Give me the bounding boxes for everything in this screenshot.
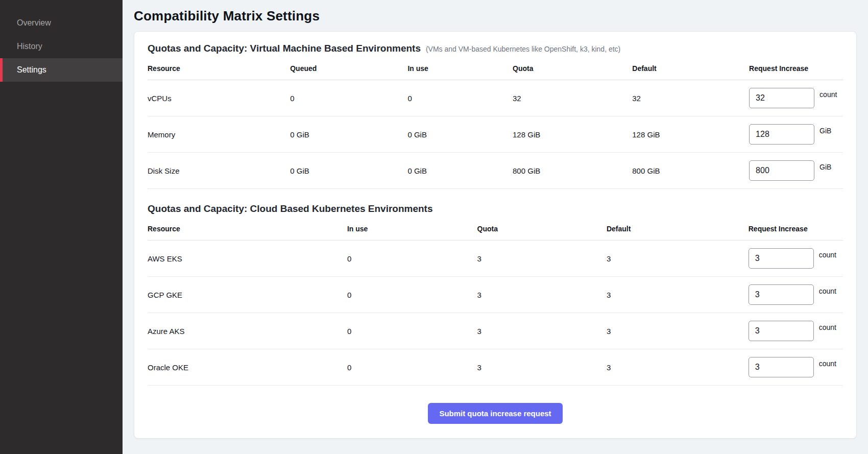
request-increase-input[interactable] (749, 284, 814, 305)
submit-area: Submit quota increase request (148, 403, 843, 424)
queued-value: 0 (290, 94, 407, 103)
vm-table-header-row: Resource Queued In use Quota Default Req… (148, 60, 843, 80)
column-header-resource: Resource (148, 64, 290, 73)
column-header-in-use: In use (407, 64, 513, 73)
default-value: 128 GiB (632, 130, 749, 139)
sidebar-item-label: Settings (17, 65, 46, 75)
quota-value: 32 (513, 94, 632, 103)
sidebar-item-label: Overview (17, 18, 51, 28)
resource-name: AWS EKS (148, 254, 347, 263)
page-title: Compatibility Matrix Settings (134, 8, 857, 24)
quota-value: 3 (477, 254, 607, 263)
default-value: 3 (607, 363, 749, 372)
quota-value: 3 (477, 327, 607, 336)
main-content: Compatibility Matrix Settings Quotas and… (123, 0, 868, 454)
queued-value: 0 GiB (290, 166, 407, 175)
cloud-quota-table: Resource In use Quota Default Request In… (148, 221, 843, 386)
column-header-quota: Quota (477, 225, 607, 233)
column-header-queued: Queued (290, 64, 407, 73)
column-header-request-increase: Request Increase (749, 225, 843, 233)
in-use-value: 0 (347, 327, 477, 336)
column-header-request-increase: Request Increase (749, 64, 843, 73)
in-use-value: 0 (347, 254, 477, 263)
request-increase-input[interactable] (749, 88, 814, 108)
unit-label: GiB (819, 163, 831, 171)
default-value: 3 (607, 327, 749, 336)
in-use-value: 0 (347, 363, 477, 372)
in-use-value: 0 GiB (407, 130, 513, 139)
vm-section-title: Quotas and Capacity: Virtual Machine Bas… (148, 43, 421, 54)
table-row-gcp-gke: GCP GKE 0 3 3 count (148, 277, 843, 313)
default-value: 800 GiB (632, 166, 749, 175)
sidebar-item-settings[interactable]: Settings (0, 58, 123, 82)
sidebar: Overview History Settings (0, 0, 123, 454)
submit-quota-increase-button[interactable]: Submit quota increase request (428, 403, 562, 424)
column-header-quota: Quota (513, 64, 632, 73)
in-use-value: 0 (407, 94, 513, 103)
quota-value: 3 (477, 291, 607, 299)
default-value: 3 (607, 254, 749, 263)
cloud-section-header: Quotas and Capacity: Cloud Based Kuberne… (148, 203, 843, 214)
in-use-value: 0 GiB (407, 166, 513, 175)
column-header-default: Default (607, 225, 749, 233)
sidebar-item-label: History (17, 42, 42, 51)
request-increase-input[interactable] (749, 160, 814, 181)
unit-label: count (819, 287, 836, 295)
vm-quota-table: Resource Queued In use Quota Default Req… (148, 60, 843, 189)
resource-name: Oracle OKE (148, 363, 347, 372)
unit-label: count (819, 251, 836, 259)
unit-label: count (819, 90, 837, 99)
sidebar-item-history[interactable]: History (0, 35, 123, 58)
vm-section-header: Quotas and Capacity: Virtual Machine Bas… (148, 43, 843, 54)
default-value: 3 (607, 291, 749, 299)
table-row-azure-aks: Azure AKS 0 3 3 count (148, 313, 843, 349)
sidebar-item-overview[interactable]: Overview (0, 11, 123, 35)
resource-name: Azure AKS (148, 327, 347, 336)
in-use-value: 0 (347, 291, 477, 299)
unit-label: count (819, 360, 836, 368)
column-header-default: Default (632, 64, 749, 73)
request-increase-input[interactable] (749, 124, 814, 145)
request-increase-input[interactable] (749, 357, 814, 377)
table-row-aws-eks: AWS EKS 0 3 3 count (148, 241, 843, 277)
column-header-in-use: In use (347, 225, 477, 233)
resource-name: vCPUs (148, 94, 290, 103)
cloud-section-title: Quotas and Capacity: Cloud Based Kuberne… (148, 203, 433, 214)
vm-section-subtitle: (VMs and VM-based Kubernetes like OpenSh… (426, 45, 620, 53)
settings-card: Quotas and Capacity: Virtual Machine Bas… (134, 31, 857, 439)
table-row-vcpus: vCPUs 0 0 32 32 count (148, 80, 843, 116)
quota-value: 3 (477, 363, 607, 372)
table-row-memory: Memory 0 GiB 0 GiB 128 GiB 128 GiB GiB (148, 116, 843, 153)
default-value: 32 (632, 94, 749, 103)
unit-label: count (819, 323, 836, 331)
table-row-oracle-oke: Oracle OKE 0 3 3 count (148, 349, 843, 386)
column-header-resource: Resource (148, 225, 347, 233)
table-row-disk-size: Disk Size 0 GiB 0 GiB 800 GiB 800 GiB Gi… (148, 153, 843, 189)
request-increase-input[interactable] (749, 248, 814, 269)
resource-name: Memory (148, 130, 290, 139)
request-increase-input[interactable] (749, 321, 814, 341)
quota-value: 128 GiB (513, 130, 632, 139)
queued-value: 0 GiB (290, 130, 407, 139)
resource-name: Disk Size (148, 166, 290, 175)
unit-label: GiB (819, 127, 831, 135)
cloud-table-header-row: Resource In use Quota Default Request In… (148, 221, 843, 241)
resource-name: GCP GKE (148, 291, 347, 299)
quota-value: 800 GiB (513, 166, 632, 175)
